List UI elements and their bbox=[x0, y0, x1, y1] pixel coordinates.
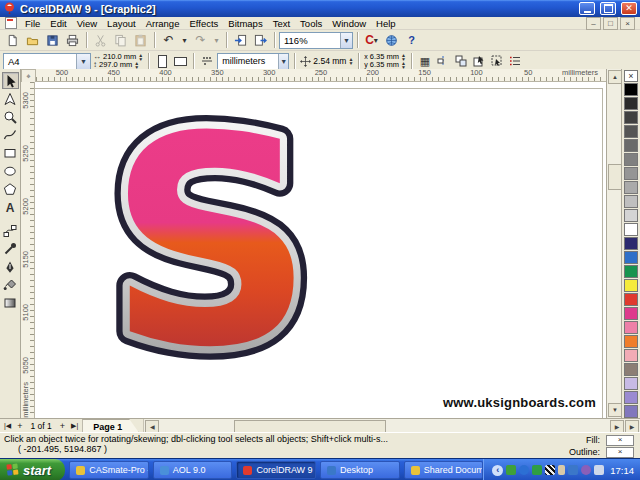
menu-item-effects[interactable]: Effects bbox=[184, 18, 223, 29]
palette-swatch[interactable] bbox=[624, 307, 638, 320]
menu-item-layout[interactable]: Layout bbox=[102, 18, 141, 29]
interactive-blend-tool-button[interactable] bbox=[2, 222, 19, 239]
palette-swatch[interactable] bbox=[624, 97, 638, 110]
menu-item-arrange[interactable]: Arrange bbox=[141, 18, 185, 29]
taskbar-task-3[interactable]: CorelDRAW 9 - [... bbox=[236, 461, 316, 479]
interactive-fill-tool-button[interactable] bbox=[2, 294, 19, 311]
snap-to-grid-button[interactable]: ▦ bbox=[417, 53, 433, 69]
vertical-scroll-thumb[interactable] bbox=[608, 164, 622, 190]
horizontal-ruler[interactable]: 50045040035030025020015010050millimeters bbox=[36, 69, 606, 82]
paste-button[interactable] bbox=[131, 31, 150, 49]
nudge-offset-field[interactable]: 2.54 mm ▲▼ bbox=[300, 56, 353, 67]
rectangle-tool-button[interactable] bbox=[2, 144, 19, 161]
palette-swatch[interactable] bbox=[624, 251, 638, 264]
palette-swatch[interactable] bbox=[624, 111, 638, 124]
taskbar-task-5[interactable]: Shared Documents bbox=[404, 461, 484, 479]
vertical-scrollbar[interactable]: ▲ ▼ bbox=[606, 69, 621, 418]
palette-swatch[interactable] bbox=[624, 237, 638, 250]
paper-type-combo[interactable]: A4 ▼ bbox=[3, 53, 91, 70]
open-button[interactable] bbox=[23, 31, 42, 49]
text-tool-button[interactable]: A bbox=[2, 198, 19, 215]
menu-item-bitmaps[interactable]: Bitmaps bbox=[223, 18, 267, 29]
redo-dropdown-button[interactable]: ▾ bbox=[211, 31, 222, 49]
nudge-spinner[interactable]: ▲▼ bbox=[348, 57, 353, 65]
taskbar-task-4[interactable]: Desktop bbox=[320, 461, 400, 479]
import-button[interactable] bbox=[231, 31, 250, 49]
tray-chevron-icon[interactable]: ‹ bbox=[492, 465, 503, 476]
menu-item-view[interactable]: View bbox=[72, 18, 102, 29]
zoom-level-combo[interactable]: 116% ▼ bbox=[279, 32, 353, 49]
scroll-down-button[interactable]: ▼ bbox=[608, 403, 622, 417]
menu-item-edit[interactable]: Edit bbox=[45, 18, 71, 29]
first-page-button[interactable]: |◀ bbox=[2, 420, 13, 432]
vertical-ruler[interactable]: 530052505200515051005050millimeters bbox=[21, 82, 35, 418]
palette-swatch[interactable] bbox=[624, 377, 638, 390]
polygon-tool-button[interactable] bbox=[2, 180, 19, 197]
palette-swatch[interactable] bbox=[624, 223, 638, 236]
menu-item-text[interactable]: Text bbox=[268, 18, 295, 29]
duplicate-y-spinner[interactable]: ▲▼ bbox=[401, 61, 406, 69]
scroll-up-button[interactable]: ▲ bbox=[608, 70, 622, 84]
freehand-tool-button[interactable] bbox=[2, 126, 19, 143]
snap-to-objects-button[interactable] bbox=[453, 53, 469, 69]
paper-height-spinner[interactable]: ▲▼ bbox=[134, 61, 139, 69]
palette-swatch[interactable] bbox=[624, 167, 638, 180]
last-page-button[interactable]: ▶| bbox=[69, 420, 80, 432]
pick-tool-button[interactable] bbox=[2, 72, 19, 89]
ellipse-tool-button[interactable] bbox=[2, 162, 19, 179]
page-tab[interactable]: Page 1 bbox=[82, 419, 139, 433]
palette-swatch[interactable] bbox=[624, 349, 638, 362]
print-button[interactable] bbox=[63, 31, 82, 49]
palette-swatch[interactable] bbox=[624, 153, 638, 166]
palette-swatch[interactable] bbox=[624, 321, 638, 334]
application-launcher-button[interactable]: C ▾ bbox=[362, 31, 381, 49]
undo-dropdown-button[interactable]: ▾ bbox=[179, 31, 190, 49]
eyedropper-tool-button[interactable] bbox=[2, 240, 19, 257]
canvas[interactable]: S S S www.uksignboards.com bbox=[35, 82, 606, 418]
palette-swatch[interactable] bbox=[624, 335, 638, 348]
palette-swatch[interactable] bbox=[624, 279, 638, 292]
palette-swatch[interactable] bbox=[624, 391, 638, 404]
palette-swatch[interactable] bbox=[624, 363, 638, 376]
add-page-after-button[interactable]: + bbox=[58, 420, 67, 432]
corel-online-button[interactable] bbox=[382, 31, 401, 49]
horizontal-scrollbar[interactable]: ◀ ▶ ▶ bbox=[143, 419, 640, 433]
restore-button[interactable] bbox=[600, 2, 616, 15]
document-window-icon[interactable] bbox=[5, 17, 17, 29]
palette-swatch[interactable] bbox=[624, 195, 638, 208]
palette-no-color[interactable]: × bbox=[624, 70, 638, 82]
tray-icon-5[interactable] bbox=[558, 465, 565, 475]
landscape-button[interactable] bbox=[172, 53, 188, 69]
tray-icon-6[interactable] bbox=[568, 465, 578, 475]
treat-as-filled-button[interactable] bbox=[471, 53, 487, 69]
menu-item-file[interactable]: File bbox=[20, 18, 45, 29]
tray-icon-4[interactable] bbox=[545, 465, 555, 475]
drawing-units-combo[interactable]: millimeters ▼ bbox=[217, 53, 289, 70]
shape-tool-button[interactable] bbox=[2, 90, 19, 107]
palette-swatch[interactable] bbox=[624, 293, 638, 306]
minimize-button[interactable] bbox=[579, 2, 595, 15]
tray-monitor-icon[interactable] bbox=[594, 465, 604, 475]
copy-button[interactable] bbox=[111, 31, 130, 49]
save-button[interactable] bbox=[43, 31, 62, 49]
fill-none-swatch[interactable]: × bbox=[606, 435, 634, 446]
redo-button[interactable]: ↷ bbox=[191, 31, 210, 49]
taskbar-task-1[interactable]: CASmate-Pro - [... bbox=[69, 461, 149, 479]
tray-icon-3[interactable] bbox=[532, 465, 542, 475]
export-button[interactable] bbox=[251, 31, 270, 49]
watermark-text[interactable]: www.uksignboards.com bbox=[443, 395, 596, 410]
fill-tool-button[interactable] bbox=[2, 276, 19, 293]
undo-button[interactable]: ↶ bbox=[159, 31, 178, 49]
portrait-button[interactable] bbox=[154, 53, 170, 69]
document-restore-button[interactable]: □ bbox=[603, 17, 618, 30]
whats-this-help-button[interactable]: ? bbox=[402, 31, 421, 49]
menu-item-window[interactable]: Window bbox=[327, 18, 371, 29]
add-page-before-button[interactable]: + bbox=[15, 420, 24, 432]
start-button[interactable]: start bbox=[0, 459, 65, 480]
set-default-page-button[interactable] bbox=[199, 53, 215, 69]
tray-icon-2[interactable] bbox=[519, 465, 529, 475]
select-all-mode-button[interactable] bbox=[489, 53, 505, 69]
palette-swatch[interactable] bbox=[624, 83, 638, 96]
new-document-button[interactable] bbox=[3, 31, 22, 49]
zoom-tool-button[interactable] bbox=[2, 108, 19, 125]
